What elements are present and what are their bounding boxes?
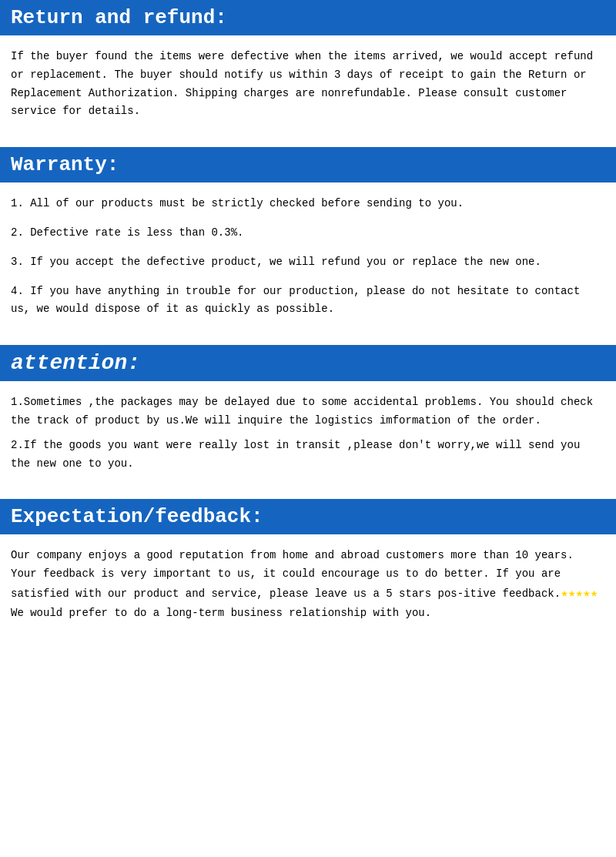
attention-section: attention: 1.Sometimes ,the packages may… [0,345,616,491]
warranty-item-2: 2. Defective rate is less than 0.3%. [11,224,605,243]
attention-body: 1.Sometimes ,the packages may be delayed… [0,381,616,491]
stars-icon: ★★★★★ [561,587,598,601]
warranty-text-3: 3. If you accept the defective product, … [11,253,605,272]
return-refund-section: Return and refund: If the buyer found th… [0,0,616,139]
expectation-text-part2: We would prefer to do a long-term busine… [11,607,431,619]
expectation-text-part1: Our company enjoys a good reputation fro… [11,549,574,600]
return-refund-text: If the buyer found the items were defect… [11,48,605,121]
warranty-item-3: 3. If you accept the defective product, … [11,253,605,272]
expectation-text: Our company enjoys a good reputation fro… [11,547,605,623]
warranty-item-1: 1. All of our products must be strictly … [11,195,605,213]
expectation-body: Our company enjoys a good reputation fro… [0,534,616,641]
warranty-text-1: 1. All of our products must be strictly … [11,195,605,213]
warranty-item-4: 4. If you have anything in trouble for o… [11,283,605,320]
attention-heading: attention: [0,345,616,381]
attention-text-2: 2.If the goods you want were really lost… [11,437,605,474]
warranty-text-2: 2. Defective rate is less than 0.3%. [11,224,605,243]
expectation-section: Expectation/feedback: Our company enjoys… [0,499,616,641]
warranty-text-4: 4. If you have anything in trouble for o… [11,283,605,320]
warranty-section: Warranty: 1. All of our products must be… [0,147,616,345]
return-refund-heading: Return and refund: [0,0,616,35]
attention-text-1: 1.Sometimes ,the packages may be delayed… [11,393,605,430]
warranty-heading: Warranty: [0,147,616,182]
return-refund-body: If the buyer found the items were defect… [0,35,616,139]
expectation-heading: Expectation/feedback: [0,499,616,534]
warranty-body: 1. All of our products must be strictly … [0,182,616,345]
